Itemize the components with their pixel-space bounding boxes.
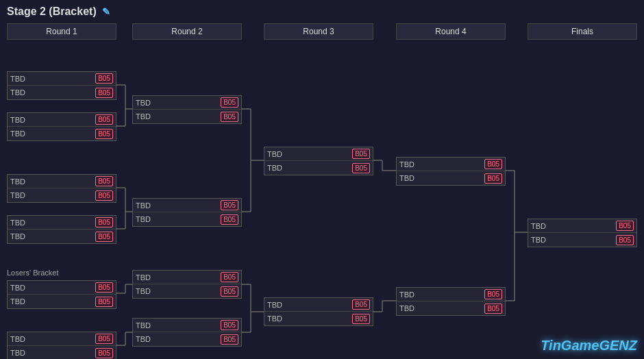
bo-badge-r1m6-1: B05 — [95, 348, 113, 358]
bo-badge-finals-0: B05 — [616, 221, 634, 231]
bo-badge-r3m2-0: B05 — [352, 299, 370, 310]
team-name-r1m5-1: TBD — [10, 297, 92, 306]
bo-badge-r1m3-0: B05 — [95, 176, 113, 186]
match-r4m2[interactable]: TBDB05TBDB05 — [396, 287, 506, 316]
round-header-2: Round 2 — [132, 23, 242, 40]
match-row-r1m3-0: TBDB05 — [8, 175, 116, 188]
bo-badge-r3m2-1: B05 — [352, 314, 370, 324]
team-name-r2m4-1: TBD — [136, 335, 218, 343]
match-row-r2m3-0: TBDB05 — [133, 271, 241, 284]
bo-badge-r1m1-1: B05 — [95, 88, 113, 98]
team-name-r2m3-1: TBD — [136, 287, 218, 295]
round-header-4: Round 4 — [396, 23, 506, 40]
team-name-r1m2-1: TBD — [10, 129, 92, 138]
team-name-finals-1: TBD — [531, 236, 613, 244]
match-r4m1[interactable]: TBDB05TBDB05 — [396, 157, 506, 186]
bo-badge-r4m2-0: B05 — [484, 289, 502, 299]
bo-badge-r2m2-0: B05 — [221, 200, 238, 210]
team-name-r1m6-0: TBD — [10, 335, 92, 343]
bo-badge-r1m2-1: B05 — [95, 129, 113, 139]
bo-badge-finals-1: B05 — [616, 235, 634, 245]
team-name-r2m2-1: TBD — [136, 215, 218, 223]
page-title: Stage 2 (Bracket) ✎ — [0, 0, 644, 23]
match-row-r1m2-0: TBDB05 — [8, 113, 116, 127]
match-r2m2[interactable]: TBDB05TBDB05 — [132, 198, 242, 227]
match-row-r2m4-0: TBDB05 — [133, 319, 241, 332]
match-row-r4m1-1: TBDB05 — [397, 171, 505, 185]
round-header-3: Round 3 — [264, 23, 373, 40]
team-name-r1m1-1: TBD — [10, 88, 92, 97]
match-r1m6[interactable]: TBDB05TBDB05 — [7, 332, 116, 359]
team-name-r1m2-0: TBD — [10, 116, 92, 124]
team-name-r2m1-1: TBD — [136, 112, 218, 121]
bo-badge-r1m3-1: B05 — [95, 190, 113, 201]
match-row-r1m6-1: TBDB05 — [8, 346, 116, 359]
bo-badge-r2m4-0: B05 — [221, 320, 238, 330]
edit-icon[interactable]: ✎ — [102, 6, 110, 17]
team-name-r3m2-1: TBD — [267, 314, 349, 323]
match-r2m1[interactable]: TBDB05TBDB05 — [132, 95, 242, 124]
bo-badge-r4m2-1: B05 — [484, 304, 502, 314]
team-name-r2m3-0: TBD — [136, 273, 218, 282]
match-r2m3[interactable]: TBDB05TBDB05 — [132, 270, 242, 299]
match-row-r3m2-0: TBDB05 — [264, 298, 373, 312]
match-r1m2[interactable]: TBDB05TBDB05 — [7, 112, 116, 141]
team-name-r2m1-0: TBD — [136, 99, 218, 107]
match-row-r4m1-0: TBDB05 — [397, 158, 505, 171]
bo-badge-r1m5-1: B05 — [95, 297, 113, 307]
team-name-r1m4-0: TBD — [10, 219, 92, 227]
team-name-r1m3-0: TBD — [10, 177, 92, 186]
round-header-5: Finals — [528, 23, 637, 40]
team-name-r4m2-0: TBD — [399, 290, 482, 299]
match-row-r3m1-1: TBDB05 — [264, 161, 373, 175]
team-name-r2m2-0: TBD — [136, 201, 218, 210]
match-row-finals-0: TBDB05 — [528, 219, 636, 233]
bo-badge-r2m3-0: B05 — [221, 272, 238, 282]
team-name-r4m2-1: TBD — [399, 304, 482, 312]
bo-badge-r2m1-0: B05 — [221, 97, 238, 108]
bracket-container: Round 1Round 2Round 3Round 4FinalsLosers… — [0, 23, 644, 359]
team-name-r1m3-1: TBD — [10, 191, 92, 199]
bo-badge-r1m4-1: B05 — [95, 232, 113, 242]
bo-badge-r1m4-0: B05 — [95, 217, 113, 227]
bo-badge-r4m1-1: B05 — [484, 173, 502, 184]
match-r3m1[interactable]: TBDB05TBDB05 — [264, 147, 373, 175]
bo-badge-r2m1-1: B05 — [221, 112, 238, 122]
team-name-finals-0: TBD — [531, 222, 613, 230]
bo-badge-r1m6-0: B05 — [95, 334, 113, 344]
team-name-r1m5-0: TBD — [10, 284, 92, 292]
match-row-r2m4-1: TBDB05 — [133, 332, 241, 346]
match-row-finals-1: TBDB05 — [528, 233, 636, 247]
section-label-0: Losers' Bracket — [7, 269, 58, 277]
match-row-r1m6-0: TBDB05 — [8, 332, 116, 346]
match-r1m1[interactable]: TBDB05TBDB05 — [7, 71, 116, 100]
bo-badge-r1m1-0: B05 — [95, 73, 113, 84]
match-row-r2m2-0: TBDB05 — [133, 199, 241, 212]
match-row-r1m3-1: TBDB05 — [8, 188, 116, 202]
match-r1m4[interactable]: TBDB05TBDB05 — [7, 215, 116, 244]
match-row-r2m1-1: TBDB05 — [133, 110, 241, 123]
match-row-r4m2-0: TBDB05 — [397, 288, 505, 301]
bo-badge-r1m5-0: B05 — [95, 282, 113, 293]
team-name-r3m2-0: TBD — [267, 301, 349, 309]
team-name-r1m4-1: TBD — [10, 232, 92, 240]
match-row-r3m1-0: TBDB05 — [264, 147, 373, 161]
bo-badge-r2m3-1: B05 — [221, 286, 238, 297]
match-row-r1m4-0: TBDB05 — [8, 216, 116, 230]
team-name-r4m1-1: TBD — [399, 174, 482, 182]
match-r1m3[interactable]: TBDB05TBDB05 — [7, 174, 116, 203]
bo-badge-r4m1-0: B05 — [484, 159, 502, 169]
match-row-r1m1-1: TBDB05 — [8, 86, 116, 99]
team-name-r3m1-1: TBD — [267, 164, 349, 172]
team-name-r2m4-0: TBD — [136, 321, 218, 330]
match-finals[interactable]: TBDB05TBDB05 — [528, 219, 637, 247]
match-r3m2[interactable]: TBDB05TBDB05 — [264, 297, 373, 326]
match-r2m4[interactable]: TBDB05TBDB05 — [132, 318, 242, 347]
match-r1m5[interactable]: TBDB05TBDB05 — [7, 280, 116, 309]
team-name-r1m1-0: TBD — [10, 75, 92, 83]
match-row-r1m1-0: TBDB05 — [8, 72, 116, 86]
bo-badge-r2m4-1: B05 — [221, 334, 238, 345]
bo-badge-r3m1-1: B05 — [352, 163, 370, 173]
team-name-r1m6-1: TBD — [10, 349, 92, 357]
match-row-r3m2-1: TBDB05 — [264, 312, 373, 325]
